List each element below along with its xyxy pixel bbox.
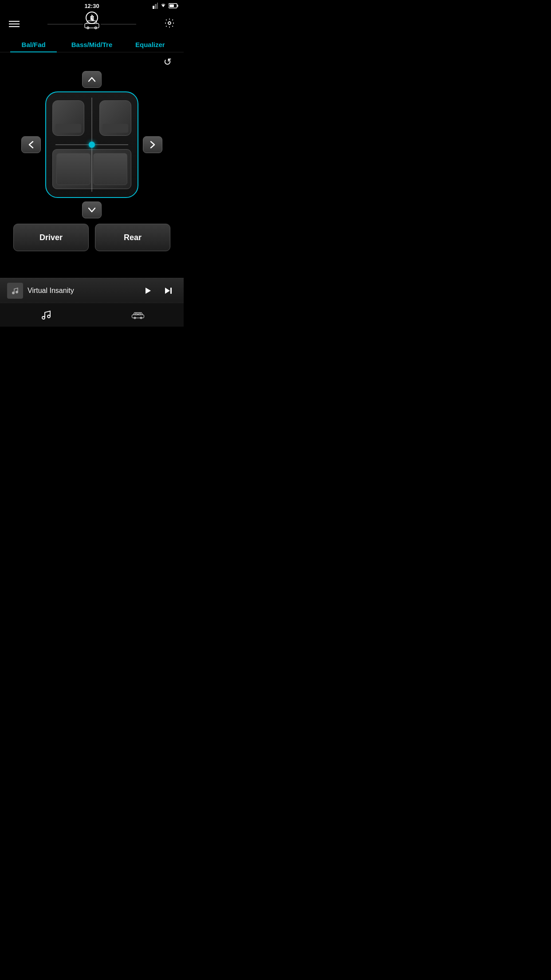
svg-point-11 [168,22,171,24]
seat-diagram[interactable] [45,91,138,198]
svg-point-12 [12,292,15,294]
bottom-navigation [0,303,184,327]
zone-buttons: Driver Rear [0,218,184,257]
fade-rear-button[interactable] [82,202,102,218]
svg-marker-2 [157,3,158,9]
svg-point-17 [42,316,45,319]
battery-icon [169,3,178,8]
chevron-down-icon [88,207,96,213]
signal-icon [153,3,158,9]
skip-forward-icon [164,287,173,295]
svg-rect-5 [169,4,174,7]
status-time: 12:30 [84,3,99,9]
refresh-button[interactable]: ↻ [161,55,175,69]
header-center: B [47,18,136,30]
seat-area [21,91,162,198]
now-playing-bar: Virtual Insanity [0,278,184,303]
tab-bar: Bal/Fad Bass/Mid/Tre Equalizer [0,37,184,52]
svg-marker-15 [165,288,170,294]
chevron-right-icon [150,141,155,149]
chevron-up-icon [88,77,96,82]
skip-button[interactable] [161,283,177,299]
svg-rect-23 [138,313,141,315]
rear-zone-button[interactable]: Rear [95,224,170,251]
nav-car[interactable] [125,303,151,327]
settings-button[interactable] [164,18,175,30]
refresh-row: ↻ [0,52,184,69]
car-bluetooth-indicator: B [83,18,101,30]
main-content: Driver Rear [0,69,184,258]
gear-icon [164,18,175,28]
play-button[interactable] [140,283,156,299]
wifi-icon [160,3,167,9]
svg-marker-1 [155,4,157,9]
fade-forward-button[interactable] [82,71,102,88]
svg-rect-19 [132,315,144,318]
front-left-seat [52,100,84,136]
svg-text:B: B [90,15,94,21]
music-note-icon [11,286,20,295]
balance-left-button[interactable] [21,136,41,153]
svg-marker-0 [153,6,154,9]
rear-left-section [56,153,91,185]
svg-point-18 [47,315,50,318]
svg-marker-14 [146,288,151,294]
balance-dot [89,142,95,148]
music-nav-icon [41,310,51,320]
tab-bass-mid-tre[interactable]: Bass/Mid/Tre [63,37,121,52]
nav-music[interactable] [33,303,59,327]
svg-point-13 [16,291,18,293]
svg-rect-22 [135,313,138,315]
header: B [0,12,184,36]
tab-bal-fad[interactable]: Bal/Fad [4,37,63,52]
play-icon [144,287,152,295]
bluetooth-icon: B [86,12,98,24]
tab-equalizer[interactable]: Equalizer [121,37,179,52]
balance-right-button[interactable] [143,136,162,153]
svg-rect-16 [170,288,172,294]
album-art [7,283,23,299]
car-nav-icon [131,310,145,320]
menu-button[interactable] [9,21,20,27]
refresh-icon: ↻ [164,56,172,68]
driver-zone-button[interactable]: Driver [13,224,89,251]
chevron-left-icon [28,141,34,149]
svg-rect-4 [177,5,178,7]
rear-right-section [93,153,127,185]
track-title: Virtual Insanity [28,287,136,295]
front-right-seat [99,100,131,136]
